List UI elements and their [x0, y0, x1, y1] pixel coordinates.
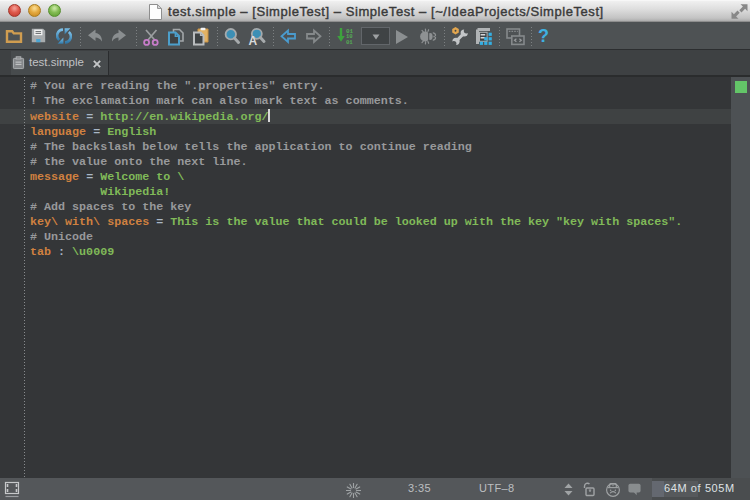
- svg-text:01: 01: [346, 39, 353, 46]
- svg-text:A: A: [249, 34, 258, 48]
